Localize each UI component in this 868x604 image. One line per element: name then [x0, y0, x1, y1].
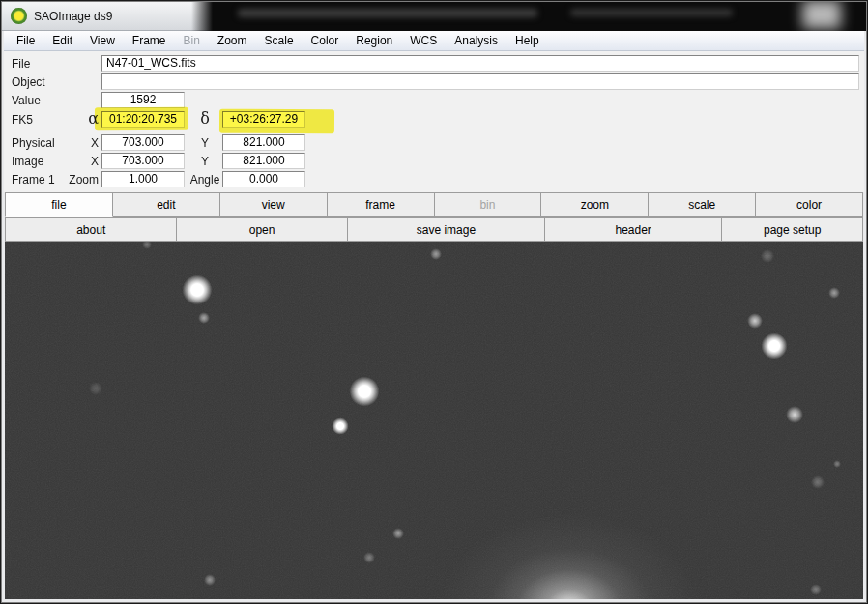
file-field[interactable]: N47-01_WCS.fits — [101, 55, 859, 72]
object-label: Object — [12, 75, 45, 89]
image-noise — [5, 242, 863, 599]
wcs-system-label: FK5 — [12, 113, 33, 127]
physical-label: Physical — [12, 136, 55, 150]
star — [761, 249, 774, 263]
blurred-overlay-region — [191, 2, 866, 31]
star — [363, 552, 375, 563]
star — [811, 475, 825, 489]
category-button-view[interactable]: view — [220, 192, 328, 217]
image-y-field[interactable]: 821.000 — [222, 153, 305, 169]
star — [761, 332, 788, 360]
action-button-header[interactable]: header — [545, 217, 722, 242]
action-button-about[interactable]: about — [5, 217, 177, 242]
action-button-bar: aboutopensave imageheaderpage setup — [5, 217, 863, 242]
physical-x-label: X — [60, 136, 99, 150]
info-panel: File N47-01_WCS.fits Object Value 1592 F… — [4, 51, 864, 192]
star — [833, 460, 841, 468]
angle-label: Angle — [186, 173, 224, 187]
physical-y-field[interactable]: 821.000 — [222, 134, 305, 151]
image-coord-row: Image X 703.000 Y 821.000 — [4, 153, 864, 171]
file-label: File — [12, 57, 30, 71]
menu-color[interactable]: Color — [303, 31, 348, 50]
menu-region[interactable]: Region — [347, 31, 401, 50]
file-row: File N47-01_WCS.fits — [4, 55, 864, 73]
ds9-window: SAOImage ds9 FileEditViewFrameBinZoomSca… — [1, 1, 867, 603]
blurred-window-controls — [802, 2, 841, 29]
star — [392, 528, 404, 539]
window-title: SAOImage ds9 — [34, 10, 112, 23]
value-label: Value — [12, 94, 41, 107]
menu-zoom[interactable]: Zoom — [209, 31, 256, 50]
action-button-open[interactable]: open — [177, 217, 347, 242]
menu-view[interactable]: View — [81, 31, 124, 50]
physical-x-field[interactable]: 703.000 — [101, 134, 185, 151]
star — [828, 287, 840, 299]
object-field[interactable] — [101, 73, 859, 90]
action-button-page-setup[interactable]: page setup — [722, 217, 863, 242]
menu-analysis[interactable]: Analysis — [446, 31, 506, 50]
star — [349, 376, 380, 407]
star — [810, 584, 822, 595]
frame-label: Frame 1 — [12, 173, 55, 187]
star — [89, 382, 102, 395]
star — [430, 248, 442, 260]
image-x-field[interactable]: 703.000 — [101, 153, 185, 169]
menu-frame[interactable]: Frame — [124, 31, 175, 50]
highlight-marker-ra — [95, 107, 188, 131]
image-y-label: Y — [186, 155, 224, 168]
category-button-bin[interactable]: bin — [435, 192, 542, 217]
star — [747, 313, 763, 329]
zoom-field[interactable]: 1.000 — [101, 171, 185, 187]
star — [142, 242, 152, 249]
menu-help[interactable]: Help — [506, 31, 548, 50]
category-button-frame[interactable]: frame — [328, 192, 435, 217]
angle-field[interactable]: 0.000 — [222, 171, 305, 187]
category-button-edit[interactable]: edit — [113, 192, 220, 217]
blurred-text-smudge — [238, 9, 537, 17]
physical-y-label: Y — [186, 136, 224, 150]
menu-edit[interactable]: Edit — [43, 31, 81, 50]
menu-scale[interactable]: Scale — [256, 31, 303, 50]
galaxy-glow — [439, 512, 700, 599]
menu-file[interactable]: File — [8, 31, 43, 50]
category-button-color[interactable]: color — [756, 192, 863, 217]
menu-wcs[interactable]: WCS — [401, 31, 446, 50]
image-x-label: X — [60, 155, 99, 168]
category-button-zoom[interactable]: zoom — [541, 192, 649, 217]
value-field[interactable]: 1592 — [101, 92, 185, 108]
menu-bin: Bin — [175, 31, 209, 50]
star — [198, 312, 210, 324]
highlight-marker-dec — [219, 109, 334, 134]
action-button-save-image[interactable]: save image — [348, 217, 545, 242]
category-button-file[interactable]: file — [5, 192, 113, 217]
star — [182, 274, 213, 305]
blurred-text-smudge — [570, 9, 733, 16]
menu-bar: FileEditViewFrameBinZoomScaleColorRegion… — [4, 31, 864, 51]
image-label: Image — [12, 155, 43, 168]
title-bar[interactable]: SAOImage ds9 — [2, 2, 866, 31]
object-row: Object — [4, 73, 864, 92]
star — [786, 406, 803, 423]
star — [204, 574, 216, 586]
star — [332, 417, 349, 435]
frame-row: Frame 1 Zoom 1.000 Angle 0.000 — [4, 171, 864, 189]
alpha-symbol: α — [60, 112, 99, 126]
category-button-bar: fileeditviewframebinzoomscalecolor — [5, 192, 863, 217]
app-icon[interactable] — [11, 8, 27, 24]
physical-row: Physical X 703.000 Y 821.000 — [4, 134, 864, 153]
fits-image-canvas[interactable] — [5, 242, 863, 599]
category-button-scale[interactable]: scale — [649, 192, 756, 217]
zoom-label: Zoom — [60, 173, 99, 187]
